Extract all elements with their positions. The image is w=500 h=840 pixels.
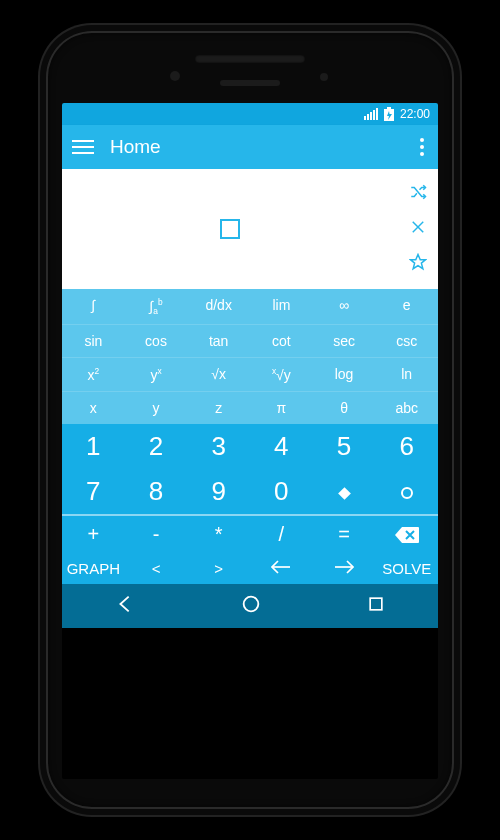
key-7[interactable]: 7	[62, 469, 125, 514]
nav-recent-icon	[366, 594, 386, 614]
key-cos[interactable]: cos	[125, 325, 188, 357]
key-2[interactable]: 2	[125, 424, 188, 469]
expression-display	[62, 169, 438, 289]
key-backspace[interactable]	[375, 516, 438, 553]
phone-camera	[170, 71, 180, 81]
key-decimal[interactable]	[313, 469, 376, 514]
svg-rect-2	[370, 112, 372, 120]
app-bar: Home	[62, 125, 438, 169]
nav-back[interactable]	[114, 593, 136, 619]
key-sqrt[interactable]: √x	[187, 358, 250, 391]
phone-speaker	[195, 55, 305, 63]
screen: 22:00 Home	[62, 103, 438, 779]
key-e[interactable]: e	[375, 289, 438, 324]
key-y[interactable]: y	[125, 392, 188, 424]
nav-recent[interactable]	[366, 594, 386, 618]
key-ln[interactable]: ln	[375, 358, 438, 391]
key-x2[interactable]: x2	[62, 358, 125, 391]
svg-rect-0	[364, 116, 366, 120]
svg-rect-1	[367, 114, 369, 120]
key-csc[interactable]: csc	[375, 325, 438, 357]
key-8[interactable]: 8	[125, 469, 188, 514]
number-pad: 1 2 3 4 5 6 7 8 9 0 + -	[62, 424, 438, 584]
phone-sensor	[220, 80, 280, 86]
key-degree[interactable]	[375, 469, 438, 514]
key-9[interactable]: 9	[187, 469, 250, 514]
key-plus[interactable]: +	[62, 516, 125, 553]
status-time: 22:00	[400, 107, 430, 121]
svg-rect-3	[373, 110, 375, 120]
star-icon[interactable]	[409, 253, 427, 275]
status-bar: 22:00	[62, 103, 438, 125]
key-tan[interactable]: tan	[187, 325, 250, 357]
key-log[interactable]: log	[313, 358, 376, 391]
key-sin[interactable]: sin	[62, 325, 125, 357]
expression-area[interactable]	[62, 169, 398, 289]
key-solve[interactable]: SOLVE	[375, 553, 438, 584]
key-pi[interactable]: π	[250, 392, 313, 424]
key-xroot[interactable]: x√y	[250, 358, 313, 391]
key-5[interactable]: 5	[313, 424, 376, 469]
function-pad: ∫ ∫ab d/dx lim ∞ e sin cos tan cot sec c…	[62, 289, 438, 424]
key-divide[interactable]: /	[250, 516, 313, 553]
phone-proximity	[320, 73, 328, 81]
key-lt[interactable]: <	[125, 553, 188, 584]
key-6[interactable]: 6	[375, 424, 438, 469]
key-equals[interactable]: =	[313, 516, 376, 553]
key-x[interactable]: x	[62, 392, 125, 424]
menu-icon[interactable]	[72, 136, 94, 158]
svg-marker-8	[411, 254, 426, 268]
arrow-left-icon	[271, 560, 291, 574]
key-defint[interactable]: ∫ab	[125, 289, 188, 324]
key-z[interactable]: z	[187, 392, 250, 424]
key-integral[interactable]: ∫	[62, 289, 125, 324]
android-nav-bar	[62, 584, 438, 628]
key-gt[interactable]: >	[187, 553, 250, 584]
key-yx[interactable]: yx	[125, 358, 188, 391]
display-actions	[398, 169, 438, 289]
page-title: Home	[110, 136, 416, 158]
close-icon[interactable]	[409, 218, 427, 240]
key-0[interactable]: 0	[250, 469, 313, 514]
arrow-right-icon	[334, 560, 354, 574]
overflow-icon[interactable]	[416, 134, 428, 160]
key-minus[interactable]: -	[125, 516, 188, 553]
key-infinity[interactable]: ∞	[313, 289, 376, 324]
shuffle-icon[interactable]	[409, 183, 427, 205]
key-1[interactable]: 1	[62, 424, 125, 469]
key-right[interactable]	[313, 553, 376, 584]
key-left[interactable]	[250, 553, 313, 584]
key-graph[interactable]: GRAPH	[62, 553, 125, 584]
key-3[interactable]: 3	[187, 424, 250, 469]
key-theta[interactable]: θ	[313, 392, 376, 424]
key-lim[interactable]: lim	[250, 289, 313, 324]
svg-rect-4	[376, 108, 378, 120]
key-times[interactable]: *	[187, 516, 250, 553]
cursor-placeholder	[220, 219, 240, 239]
key-abc[interactable]: abc	[375, 392, 438, 424]
key-4[interactable]: 4	[250, 424, 313, 469]
svg-point-9	[244, 597, 259, 612]
nav-home[interactable]	[240, 593, 262, 619]
key-cot[interactable]: cot	[250, 325, 313, 357]
key-ddx[interactable]: d/dx	[187, 289, 250, 324]
svg-rect-10	[370, 598, 382, 610]
battery-icon	[384, 107, 394, 121]
backspace-icon	[395, 527, 419, 543]
signal-icon	[364, 108, 378, 120]
phone-frame: 22:00 Home	[40, 25, 460, 815]
key-sec[interactable]: sec	[313, 325, 376, 357]
svg-rect-5	[387, 107, 391, 109]
nav-home-icon	[240, 593, 262, 615]
nav-back-icon	[114, 593, 136, 615]
